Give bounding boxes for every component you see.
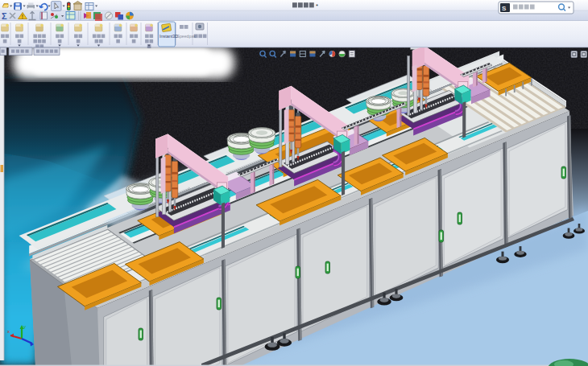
svg-text:*: * xyxy=(316,2,318,10)
svg-text:Instant3D: Instant3D xyxy=(159,34,178,39)
svg-text:!: ! xyxy=(22,14,23,19)
svg-text:Σ: Σ xyxy=(2,11,7,21)
svg-text:x: x xyxy=(7,329,10,334)
svg-text:S: S xyxy=(502,5,507,12)
svg-text:Speedpak: Speedpak xyxy=(177,34,197,39)
svg-text:y: y xyxy=(23,324,26,329)
